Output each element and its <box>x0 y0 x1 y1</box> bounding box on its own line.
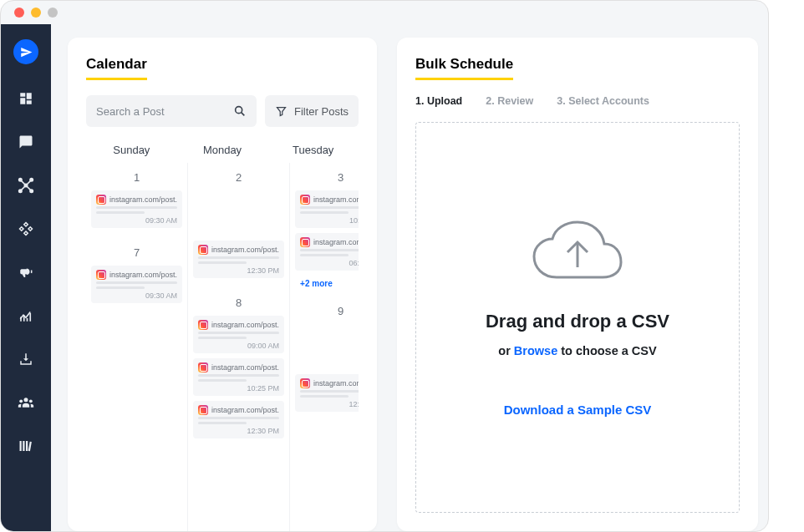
instagram-icon <box>198 405 208 415</box>
post-card[interactable]: instagram.com/post. 09:30 AM <box>91 266 182 303</box>
post-time: 12:30 PM <box>300 400 359 408</box>
instagram-icon <box>300 237 310 247</box>
app-body: Calendar Search a Post Filter Posts Sund… <box>1 24 768 531</box>
post-time: 09:00 AM <box>198 342 279 350</box>
post-time: 09:30 AM <box>96 216 177 225</box>
date-number: 1 <box>91 171 182 184</box>
step-select-accounts[interactable]: 3. Select Accounts <box>557 95 649 107</box>
nav-megaphone-icon[interactable] <box>17 263 35 281</box>
filter-label: Filter Posts <box>294 105 349 118</box>
svg-rect-2 <box>20 98 25 104</box>
post-card[interactable]: instagram.com/post. 10:30 AM <box>295 190 359 228</box>
post-card[interactable]: instagram.com/post. 12:30 PM <box>193 241 284 278</box>
dropzone-subtitle: or Browse to choose a CSV <box>498 344 656 357</box>
svg-rect-1 <box>27 93 32 99</box>
instagram-icon <box>96 270 106 280</box>
date-number: 8 <box>193 296 284 309</box>
calendar-days-header: Sunday Monday Tuesday <box>86 144 359 156</box>
nav-library-icon[interactable] <box>17 437 35 455</box>
nav-analytics-icon[interactable] <box>17 307 35 325</box>
browse-link[interactable]: Browse <box>514 344 557 357</box>
cloud-upload-icon <box>527 219 628 294</box>
post-time: 12:30 PM <box>198 266 279 275</box>
svg-line-9 <box>20 180 26 185</box>
instagram-icon <box>198 362 208 372</box>
post-card[interactable]: instagram.com/post. 10:25 PM <box>193 358 284 396</box>
svg-line-12 <box>26 185 32 191</box>
nav-dashboard-icon[interactable] <box>17 89 35 108</box>
nav-network-icon[interactable] <box>17 176 35 195</box>
post-time: 09:30 AM <box>96 291 177 300</box>
svg-rect-0 <box>20 93 25 97</box>
nav-target-icon[interactable] <box>17 220 35 238</box>
post-time: 06:30 PM <box>300 259 359 267</box>
window-titlebar <box>1 1 768 24</box>
bulk-steps: 1. Upload 2. Review 3. Select Accounts <box>415 95 740 107</box>
svg-line-25 <box>242 113 245 116</box>
svg-point-19 <box>29 399 33 403</box>
calendar-col-sunday: 1 instagram.com/post. 09:30 AM 7 instagr… <box>86 163 187 531</box>
calendar-title: Calendar <box>86 56 147 80</box>
window-minimize-button[interactable] <box>31 8 41 18</box>
bulk-title: Bulk Schedule <box>415 56 513 80</box>
filter-icon <box>275 105 288 118</box>
download-sample-link[interactable]: Download a Sample CSV <box>504 403 652 417</box>
search-placeholder: Search a Post <box>96 105 165 118</box>
instagram-icon <box>198 245 208 255</box>
instagram-icon <box>300 378 310 388</box>
post-time: 10:25 PM <box>198 384 279 393</box>
search-input[interactable]: Search a Post <box>86 95 257 127</box>
svg-point-24 <box>236 107 242 114</box>
svg-line-11 <box>20 185 26 191</box>
date-number: 7 <box>91 246 182 259</box>
calendar-grid: 1 instagram.com/post. 09:30 AM 7 instagr… <box>86 163 359 531</box>
day-header: Tuesday <box>267 144 359 156</box>
step-review[interactable]: 2. Review <box>486 95 533 107</box>
calendar-col-tuesday: 3 instagram.com/post. 10:30 AM instagram… <box>289 163 359 531</box>
calendar-panel: Calendar Search a Post Filter Posts Sund… <box>68 38 377 531</box>
instagram-icon <box>96 195 106 205</box>
svg-rect-21 <box>23 441 24 451</box>
post-card[interactable]: instagram.com/post. 06:30 PM <box>295 233 359 271</box>
nav-comment-icon[interactable] <box>17 133 35 151</box>
instagram-icon <box>300 195 310 205</box>
dropzone-title: Drag and drop a CSV <box>486 311 669 332</box>
post-time: 12:30 PM <box>198 427 279 435</box>
post-time: 10:30 AM <box>300 216 359 225</box>
post-card[interactable]: instagram.com/post. 09:00 AM <box>193 316 284 353</box>
svg-rect-22 <box>26 441 28 451</box>
svg-point-18 <box>19 399 23 403</box>
day-header: Sunday <box>86 144 177 156</box>
svg-line-10 <box>26 180 32 185</box>
svg-point-17 <box>24 398 28 402</box>
step-upload[interactable]: 1. Upload <box>415 95 462 107</box>
app-window: Calendar Search a Post Filter Posts Sund… <box>0 0 769 532</box>
instagram-icon <box>198 320 208 330</box>
nav-sidebar <box>1 24 51 531</box>
date-number: 2 <box>193 171 284 184</box>
nav-send-icon[interactable] <box>13 39 38 64</box>
content-area: Calendar Search a Post Filter Posts Sund… <box>51 24 768 531</box>
bulk-schedule-panel: Bulk Schedule 1. Upload 2. Review 3. Sel… <box>397 38 758 531</box>
day-header: Monday <box>177 144 268 156</box>
window-close-button[interactable] <box>14 8 24 18</box>
svg-rect-3 <box>27 100 32 104</box>
date-number: 9 <box>295 305 359 317</box>
calendar-col-monday: 2 instagram.com/post. 12:30 PM 8 in <box>187 163 289 531</box>
svg-rect-23 <box>28 442 32 451</box>
nav-download-icon[interactable] <box>17 350 35 368</box>
filter-button[interactable]: Filter Posts <box>265 95 359 127</box>
search-icon <box>233 104 247 118</box>
date-number: 3 <box>295 171 359 184</box>
post-card[interactable]: instagram.com/post. 12:30 PM <box>295 374 359 412</box>
csv-dropzone[interactable]: Drag and drop a CSV or Browse to choose … <box>415 122 740 513</box>
more-posts-link[interactable]: +2 more <box>295 276 359 291</box>
post-card[interactable]: instagram.com/post. 12:30 PM <box>193 401 284 438</box>
window-zoom-button[interactable] <box>48 8 58 18</box>
svg-rect-20 <box>20 441 22 451</box>
post-card[interactable]: instagram.com/post. 09:30 AM <box>91 190 182 228</box>
nav-users-icon[interactable] <box>17 393 35 412</box>
